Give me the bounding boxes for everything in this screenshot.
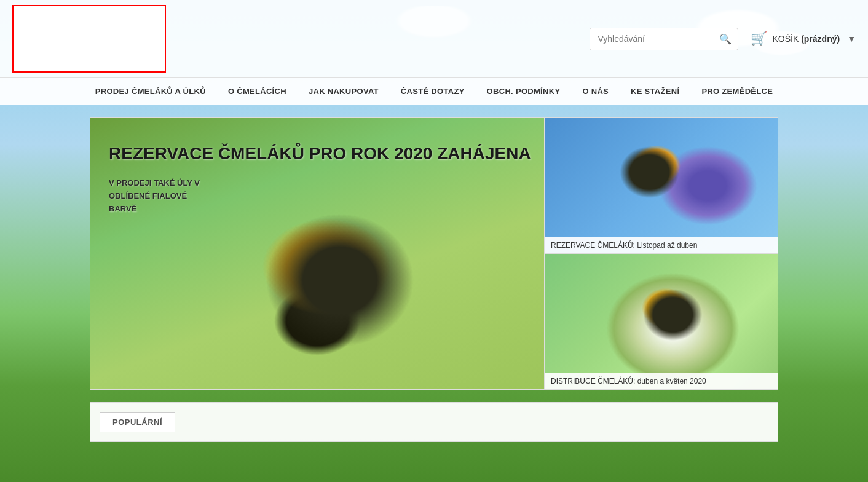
main-content: REZERVACE ČMELÁKŮ PRO ROK 2020 ZAHÁJENA …	[77, 117, 791, 442]
hero-subtitle: V PRODEJI TAKÉ ÚLY VOBLÍBENÉ FIALOVÉBARV…	[109, 177, 531, 215]
nav-item-6: O NÁS	[571, 78, 620, 105]
nav-item-3: JAK NAKUPOVAT	[298, 78, 390, 105]
nav-link-1[interactable]: PRODEJ ČMELÁKŮ A ÚLKŮ	[84, 78, 217, 105]
nav-link-4[interactable]: ČASTÉ DOTAZY	[390, 78, 476, 105]
cart-label: KOŠÍK (prázdný)	[772, 34, 840, 44]
search-button[interactable]: 🔍	[713, 28, 738, 50]
hero-section: REZERVACE ČMELÁKŮ PRO ROK 2020 ZAHÁJENA …	[90, 117, 778, 390]
side-caption-bottom: DISTRIBUCE ČMELÁKŮ: duben a květen 2020	[545, 373, 778, 389]
nav-item-4: ČASTÉ DOTAZY	[390, 78, 476, 105]
header: 🔍 🛒 KOŠÍK (prázdný) ▼	[0, 0, 868, 77]
nav-link-2[interactable]: O ČMELÁCÍCH	[217, 78, 298, 105]
cart-area[interactable]: 🛒 KOŠÍK (prázdný) ▼	[751, 31, 856, 47]
hero-side: REZERVACE ČMELÁKŮ: Listopad až duben DIS…	[544, 118, 778, 389]
nav-link-5[interactable]: OBCH. PODMÍNKY	[476, 78, 572, 105]
popular-section: POPULÁRNÍ	[90, 402, 778, 442]
cart-status: (prázdný)	[801, 34, 840, 44]
chevron-down-icon: ▼	[847, 34, 856, 44]
nav-item-1: PRODEJ ČMELÁKŮ A ÚLKŮ	[84, 78, 217, 105]
search-container: 🔍	[590, 28, 738, 50]
search-input[interactable]	[590, 29, 713, 49]
popular-button[interactable]: POPULÁRNÍ	[100, 412, 175, 432]
hero-text-overlay: REZERVACE ČMELÁKŮ PRO ROK 2020 ZAHÁJENA …	[109, 143, 531, 216]
side-image-top[interactable]: REZERVACE ČMELÁKŮ: Listopad až duben	[544, 118, 778, 253]
hero-main[interactable]: REZERVACE ČMELÁKŮ PRO ROK 2020 ZAHÁJENA …	[90, 118, 544, 389]
hero-title: REZERVACE ČMELÁKŮ PRO ROK 2020 ZAHÁJENA	[109, 143, 531, 165]
nav-link-7[interactable]: KE STAŽENÍ	[620, 78, 690, 105]
nav-item-8: PRO ZEMĚDĚLCE	[690, 78, 784, 105]
side-image-bottom[interactable]: DISTRIBUCE ČMELÁKŮ: duben a květen 2020	[544, 253, 778, 389]
header-right: 🔍 🛒 KOŠÍK (prázdný) ▼	[590, 28, 856, 50]
nav-link-3[interactable]: JAK NAKUPOVAT	[298, 78, 390, 105]
nav-link-8[interactable]: PRO ZEMĚDĚLCE	[690, 78, 784, 105]
side-caption-top: REZERVACE ČMELÁKŮ: Listopad až duben	[545, 237, 778, 253]
navigation: PRODEJ ČMELÁKŮ A ÚLKŮ O ČMELÁCÍCH JAK NA…	[0, 77, 868, 105]
side-image-bottom-img	[545, 254, 778, 389]
nav-item-2: O ČMELÁCÍCH	[217, 78, 298, 105]
nav-link-6[interactable]: O NÁS	[571, 78, 620, 105]
logo	[12, 5, 166, 73]
nav-item-5: OBCH. PODMÍNKY	[476, 78, 572, 105]
nav-item-7: KE STAŽENÍ	[620, 78, 690, 105]
cart-icon: 🛒	[751, 31, 767, 47]
side-image-top-img	[545, 118, 778, 253]
nav-list: PRODEJ ČMELÁKŮ A ÚLKŮ O ČMELÁCÍCH JAK NA…	[0, 78, 868, 105]
